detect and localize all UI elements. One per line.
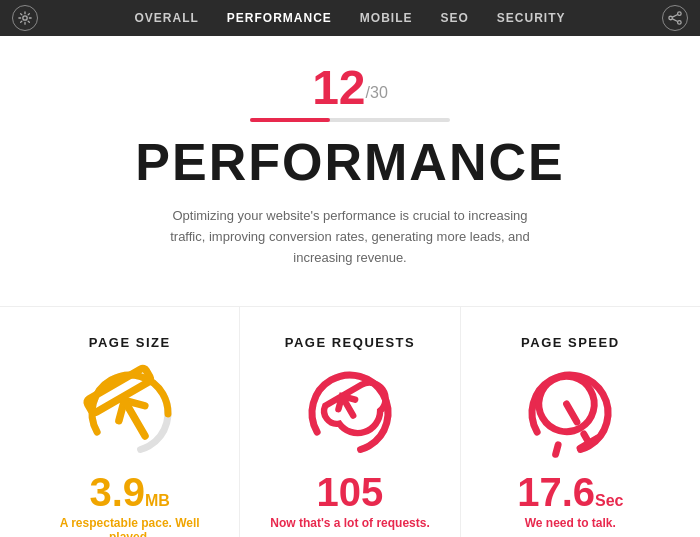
- page-speed-title: PAGE SPEED: [479, 335, 662, 350]
- page-requests-status: Now that's a lot of requests.: [258, 516, 441, 530]
- svg-point-3: [678, 21, 682, 25]
- score-value: 12: [312, 64, 365, 112]
- page-speed-value: 17.6Sec: [479, 472, 662, 512]
- score-section: 12/30 PERFORMANCE Optimizing your websit…: [0, 36, 700, 306]
- nav-seo[interactable]: SEO: [441, 11, 469, 25]
- page-speed-gauge: [479, 368, 662, 458]
- svg-line-16: [567, 404, 577, 422]
- svg-line-5: [672, 19, 677, 22]
- page-size-gauge: [38, 368, 221, 458]
- download-icon: [85, 365, 175, 461]
- page-size-status: A respectable pace. Well played.: [38, 516, 221, 537]
- svg-line-18: [584, 434, 589, 443]
- page-requests-value: 105: [258, 472, 441, 512]
- nav-mobile[interactable]: MOBILE: [360, 11, 413, 25]
- page-size-title: PAGE SIZE: [38, 335, 221, 350]
- cloud-icon: [305, 365, 395, 461]
- page-speed-status: We need to talk.: [479, 516, 662, 530]
- nav-overall[interactable]: OVERALL: [134, 11, 198, 25]
- score-bar-fill: [250, 118, 330, 122]
- page-title: PERFORMANCE: [0, 132, 700, 192]
- share-icon[interactable]: [662, 5, 688, 31]
- metric-page-requests: PAGE REQUESTS 105 Now that's a lot of: [240, 307, 460, 537]
- score-total: /30: [366, 84, 388, 101]
- page-requests-title: PAGE REQUESTS: [258, 335, 441, 350]
- svg-point-0: [23, 16, 27, 20]
- page-size-value: 3.9MB: [38, 472, 221, 512]
- score-bar-container: [0, 118, 700, 122]
- svg-point-1: [678, 12, 682, 16]
- svg-line-4: [672, 15, 677, 18]
- nav-menu: OVERALL PERFORMANCE MOBILE SEO SECURITY: [134, 11, 565, 25]
- metrics-row: PAGE SIZE 3.9MB A respectable pace. W: [0, 306, 700, 537]
- nav-performance[interactable]: PERFORMANCE: [227, 11, 332, 25]
- page-requests-gauge: [258, 368, 441, 458]
- nav-bar: OVERALL PERFORMANCE MOBILE SEO SECURITY: [0, 0, 700, 36]
- metric-page-speed: PAGE SPEED 17.6Sec: [461, 307, 680, 537]
- svg-line-19: [552, 445, 561, 454]
- metric-page-size: PAGE SIZE 3.9MB A respectable pace. W: [20, 307, 240, 537]
- stopwatch-icon: [525, 365, 615, 461]
- page-description: Optimizing your website's performance is…: [160, 206, 540, 268]
- nav-security[interactable]: SECURITY: [497, 11, 566, 25]
- svg-point-2: [669, 16, 673, 20]
- settings-icon[interactable]: [12, 5, 38, 31]
- score-bar-track: [250, 118, 450, 122]
